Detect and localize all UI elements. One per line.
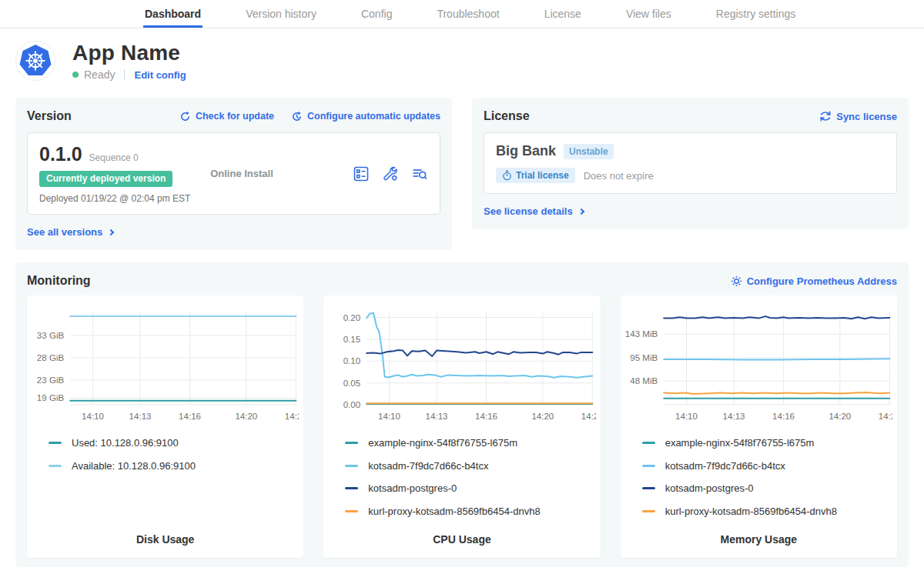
legend-swatch — [49, 465, 62, 467]
monitoring-panel: Monitoring Configure Prometheus Address … — [15, 262, 909, 567]
legend-label: kurl-proxy-kotsadm-8569fb6454-dnvh8 — [665, 506, 837, 517]
chart-card: 14:1014:1314:1614:2014:2319 GiB23 GiB28 … — [27, 295, 303, 558]
chart-title: Disk Usage — [32, 533, 299, 546]
tab-dashboard[interactable]: Dashboard — [143, 0, 203, 28]
svg-text:14:10: 14:10 — [82, 412, 104, 421]
ready-status-dot — [72, 72, 79, 78]
ready-status-label: Ready — [84, 68, 115, 81]
line-chart: 14:1014:1314:1614:2014:2319 GiB23 GiB28 … — [32, 305, 299, 426]
sync-icon — [819, 111, 832, 122]
svg-text:14:20: 14:20 — [235, 412, 257, 421]
legend-label: Used: 10.128.0.96:9100 — [72, 437, 179, 449]
legend-item: kotsadm-7f9dc7d66c-b4tcx — [345, 460, 595, 472]
svg-text:14:20: 14:20 — [829, 412, 851, 421]
svg-text:14:13: 14:13 — [129, 412, 152, 421]
legend-item: kotsadm-postgres-0 — [345, 482, 595, 494]
legend-label: kotsadm-postgres-0 — [368, 482, 457, 494]
tab-troubleshoot[interactable]: Troubleshoot — [435, 0, 500, 28]
legend-label: kotsadm-7f9dc7d66c-b4tcx — [665, 460, 785, 472]
legend-item: example-nginx-54f8f76755-l675m — [642, 437, 892, 449]
legend-swatch — [642, 442, 655, 444]
license-expiry: Does not expire — [584, 170, 654, 182]
channel-badge: Unstable — [564, 144, 614, 159]
legend-swatch — [642, 465, 655, 467]
cards-row: Version Check for update Configure au — [0, 88, 924, 250]
chevron-right-icon — [578, 208, 584, 214]
svg-text:0.10: 0.10 — [343, 356, 360, 365]
legend-label: kotsadm-7f9dc7d66c-b4tcx — [368, 460, 488, 472]
sync-license-button[interactable]: Sync license — [819, 111, 897, 122]
legend-label: Available: 10.128.0.96:9100 — [72, 460, 196, 472]
legend-label: example-nginx-54f8f76755-l675m — [368, 437, 517, 449]
legend-label: example-nginx-54f8f76755-l675m — [665, 437, 815, 449]
legend-swatch — [345, 487, 358, 489]
legend-swatch — [345, 465, 358, 467]
svg-text:0.05: 0.05 — [343, 379, 360, 388]
legend-item: kotsadm-postgres-0 — [642, 482, 892, 494]
chart-legend: Used: 10.128.0.96:9100Available: 10.128.… — [49, 437, 299, 482]
install-type-label: Online Install — [210, 168, 353, 179]
legend-swatch — [345, 442, 358, 444]
legend-item: example-nginx-54f8f76755-l675m — [345, 437, 595, 449]
svg-text:28 GiB: 28 GiB — [37, 353, 65, 362]
line-chart: 14:1014:1314:1614:2014:2348 MiB95 MiB143… — [625, 305, 892, 426]
version-number: 0.1.0 — [39, 143, 82, 165]
svg-text:19 GiB: 19 GiB — [37, 393, 65, 402]
configure-prometheus-button[interactable]: Configure Prometheus Address — [731, 275, 897, 287]
svg-text:14:10: 14:10 — [378, 412, 400, 421]
page-title: App Name — [72, 41, 186, 65]
see-all-versions-link[interactable]: See all versions — [27, 226, 113, 238]
license-card: License Sync license Big Bank Unstable — [472, 98, 909, 229]
svg-text:14:16: 14:16 — [179, 412, 201, 421]
chart-legend: example-nginx-54f8f76755-l675mkotsadm-7f… — [642, 437, 892, 528]
tab-version-history[interactable]: Version history — [244, 0, 318, 28]
divider — [124, 69, 125, 81]
tab-license[interactable]: License — [543, 0, 583, 28]
monitoring-title: Monitoring — [27, 274, 91, 288]
tab-view-files[interactable]: View files — [624, 0, 673, 28]
license-name: Big Bank — [496, 143, 556, 159]
check-for-update-button[interactable]: Check for update — [179, 111, 274, 122]
svg-text:14:23: 14:23 — [581, 412, 595, 421]
svg-text:143 MiB: 143 MiB — [625, 329, 658, 339]
legend-item: kurl-proxy-kotsadm-8569fb6454-dnvh8 — [642, 506, 892, 517]
svg-text:0.15: 0.15 — [343, 335, 360, 344]
legend-item: Used: 10.128.0.96:9100 — [49, 437, 299, 449]
trial-license-badge: Trial license — [496, 168, 575, 183]
svg-text:14:20: 14:20 — [532, 412, 554, 421]
svg-text:14:16: 14:16 — [772, 412, 795, 421]
svg-text:48 MiB: 48 MiB — [630, 376, 658, 385]
svg-text:33 GiB: 33 GiB — [37, 331, 65, 340]
chart-title: Memory Usage — [625, 533, 892, 546]
tab-registry-settings[interactable]: Registry settings — [715, 0, 797, 28]
legend-label: kotsadm-postgres-0 — [665, 482, 754, 494]
log-search-icon[interactable] — [411, 165, 428, 182]
svg-text:23 GiB: 23 GiB — [37, 375, 65, 385]
refresh-icon — [179, 111, 191, 122]
chart-card: 14:1014:1314:1614:2014:230.000.050.100.1… — [323, 295, 600, 558]
legend-swatch — [345, 510, 358, 512]
svg-text:14:23: 14:23 — [285, 412, 299, 421]
line-chart: 14:1014:1314:1614:2014:230.000.050.100.1… — [328, 305, 595, 426]
license-box: Big Bank Unstable Trial license Does not… — [484, 132, 897, 194]
wrench-gear-icon[interactable] — [382, 165, 399, 182]
license-card-title: License — [484, 109, 530, 123]
configure-automatic-updates-button[interactable]: Configure automatic updates — [291, 111, 440, 122]
version-sequence: Sequence 0 — [89, 152, 139, 163]
svg-text:0.00: 0.00 — [343, 400, 360, 409]
edit-config-link[interactable]: Edit config — [134, 69, 186, 81]
kubernetes-wheel-icon — [15, 41, 55, 81]
svg-text:14:13: 14:13 — [722, 412, 745, 421]
svg-text:14:10: 14:10 — [675, 412, 698, 421]
top-nav: Dashboard Version history Config Trouble… — [0, 0, 924, 28]
see-license-details-link[interactable]: See license details — [484, 205, 584, 217]
legend-item: kotsadm-7f9dc7d66c-b4tcx — [642, 460, 892, 472]
legend-item: kurl-proxy-kotsadm-8569fb6454-dnvh8 — [345, 506, 595, 517]
tab-config[interactable]: Config — [360, 0, 393, 28]
chart-legend: example-nginx-54f8f76755-l675mkotsadm-7f… — [345, 437, 595, 528]
chart-title: CPU Usage — [328, 533, 595, 546]
gear-icon — [731, 275, 742, 287]
version-card: Version Check for update Configure au — [15, 98, 452, 250]
checklist-icon[interactable] — [353, 165, 370, 182]
version-card-title: Version — [27, 109, 72, 123]
